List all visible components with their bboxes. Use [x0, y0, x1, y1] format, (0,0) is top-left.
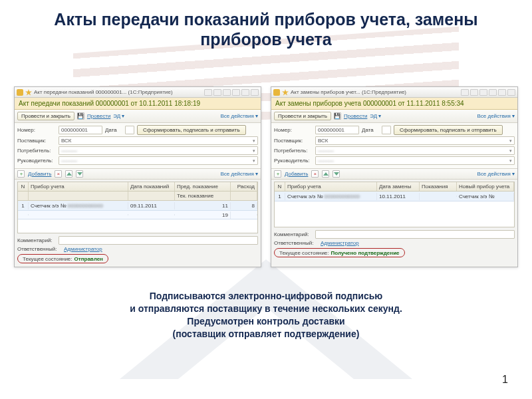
- col-readings: Показания: [420, 182, 457, 191]
- cell-cur: 19: [175, 211, 231, 219]
- form-fields: Номер: 000000001 Дата Сформировать, подп…: [271, 123, 517, 168]
- label-comment: Комментарий:: [274, 231, 313, 237]
- cell-cons: 8: [231, 202, 257, 209]
- add-row-link[interactable]: Добавить: [28, 171, 51, 177]
- favorite-icon[interactable]: [25, 89, 32, 96]
- cell-prev: 11: [175, 202, 231, 209]
- comment-field[interactable]: [59, 236, 258, 245]
- col-new-device: Новый прибор учета: [457, 182, 514, 191]
- label-responsible: Ответственный:: [17, 246, 61, 252]
- number-field[interactable]: 000000001: [315, 126, 359, 134]
- sign-and-send-button[interactable]: Сформировать, подписать и отправить: [137, 125, 246, 135]
- status-badge: Текущее состояние: Отправлен: [17, 254, 108, 263]
- delete-row-icon[interactable]: ×: [311, 170, 319, 178]
- col-device: Прибор учета: [29, 182, 128, 191]
- win-btn-icon[interactable]: [213, 89, 221, 96]
- move-up-icon[interactable]: [322, 170, 329, 178]
- label-number: Номер:: [274, 127, 313, 133]
- win-btn-icon[interactable]: [223, 89, 231, 96]
- window-title: Акт замены приборов учет... (1С:Предприя…: [291, 89, 459, 95]
- grid-toolbar: ＋ Добавить × Все действия ▾: [15, 168, 261, 180]
- win-minimize-icon[interactable]: [489, 89, 497, 96]
- table-row[interactable]: 19: [18, 211, 257, 219]
- titlebar: Акт замены приборов учет... (1С:Предприя…: [271, 87, 517, 98]
- table-row[interactable]: 1 Счетчик э/э № 000000000000 09.11.2011 …: [18, 201, 257, 211]
- consumer-field[interactable]: ———: [59, 146, 258, 155]
- form-footer: Комментарий: Ответственный: Администрато…: [15, 233, 261, 267]
- document-title: Акт передачи показаний 000000001 от 10.1…: [19, 100, 257, 107]
- favorite-icon[interactable]: [282, 89, 289, 96]
- grid-all-actions[interactable]: Все действия ▾: [477, 171, 515, 177]
- form-fields: Номер: 000000001 Дата Сформировать, подп…: [15, 123, 261, 168]
- number-field[interactable]: 000000001: [59, 126, 102, 134]
- win-btn-icon[interactable]: [461, 89, 469, 96]
- label-consumer: Потребитель:: [274, 148, 313, 154]
- move-up-icon[interactable]: [65, 170, 72, 178]
- supplier-field[interactable]: ВСК: [59, 136, 258, 145]
- grid-toolbar: ＋ Добавить × Все действия ▾: [271, 168, 517, 180]
- win-maximize-icon[interactable]: [241, 89, 249, 96]
- ed-menu[interactable]: ЭД ▾: [370, 113, 381, 119]
- responsible-link[interactable]: Администратор: [321, 240, 359, 246]
- win-btn-icon[interactable]: [204, 89, 212, 96]
- cell-new-device: Счетчик э/э №: [457, 193, 514, 200]
- consumer-field[interactable]: ———: [315, 146, 515, 155]
- add-row-icon[interactable]: ＋: [17, 170, 25, 178]
- window-title: Акт передачи показаний 000000001... (1С:…: [34, 89, 202, 95]
- label-date: Дата: [362, 127, 379, 133]
- comment-field[interactable]: [315, 230, 515, 239]
- date-field[interactable]: [382, 126, 391, 134]
- grid-all-actions[interactable]: Все действия ▾: [220, 171, 258, 177]
- window-replace-act: Акт замены приборов учет... (1С:Предприя…: [271, 86, 518, 267]
- command-bar: Провести и закрыть 💾 Провести ЭД ▾ Все д…: [15, 110, 261, 123]
- page-number: 1: [502, 374, 508, 386]
- delete-row-icon[interactable]: ×: [55, 170, 62, 178]
- slide-caption: Подписываются электронно-цифровой подпис…: [0, 267, 532, 340]
- move-down-icon[interactable]: [76, 170, 83, 178]
- col-consumption: Расход: [231, 182, 257, 191]
- window-transfer-act: Акт передачи показаний 000000001... (1С:…: [14, 86, 261, 267]
- col-date: Дата показаний: [128, 182, 175, 191]
- save-icon[interactable]: 💾: [334, 112, 341, 120]
- process-link[interactable]: Провести: [344, 113, 367, 119]
- process-link[interactable]: Провести: [87, 113, 110, 119]
- label-responsible: Ответственный:: [274, 240, 318, 246]
- form-footer: Комментарий: Ответственный: Администрато…: [271, 227, 517, 261]
- cell-date: 10.11.2011: [377, 193, 420, 200]
- move-down-icon[interactable]: [332, 170, 340, 178]
- win-maximize-icon[interactable]: [498, 89, 506, 96]
- win-btn-icon[interactable]: [470, 89, 478, 96]
- cell-device: Счетчик э/э № 000000000000: [285, 193, 377, 200]
- label-consumer: Потребитель:: [17, 148, 56, 154]
- readings-grid: N Прибор учета Дата показаний Пред. пока…: [17, 182, 258, 233]
- win-btn-icon[interactable]: [479, 89, 487, 96]
- nav-back-icon[interactable]: [17, 89, 23, 96]
- manager-field[interactable]: ———: [59, 156, 258, 165]
- add-row-link[interactable]: Добавить: [285, 171, 308, 177]
- manager-field[interactable]: ———: [315, 156, 515, 165]
- win-close-icon[interactable]: [251, 89, 259, 96]
- win-minimize-icon[interactable]: [232, 89, 240, 96]
- col-n: N: [275, 182, 285, 191]
- table-row[interactable]: 1 Счетчик э/э № 000000000000 10.11.2011 …: [275, 192, 514, 201]
- svg-marker-0: [25, 89, 32, 96]
- cell-date: 09.11.2011: [128, 202, 175, 209]
- col-n: N: [18, 182, 29, 191]
- screenshot-panels: Акт передачи показаний 000000001... (1С:…: [0, 53, 532, 267]
- document-header: Акт замены приборов учета 000000001 от 1…: [271, 98, 517, 110]
- process-and-close-button[interactable]: Провести и закрыть: [17, 112, 74, 120]
- date-field[interactable]: [125, 126, 134, 134]
- add-row-icon[interactable]: ＋: [274, 170, 281, 178]
- all-actions-menu[interactable]: Все действия ▾: [220, 113, 258, 119]
- sign-and-send-button[interactable]: Сформировать, подписать и отправить: [394, 125, 503, 135]
- nav-back-icon[interactable]: [273, 89, 280, 96]
- col-cur-reading: Тек. показание: [175, 192, 231, 200]
- save-icon[interactable]: 💾: [77, 112, 84, 120]
- all-actions-menu[interactable]: Все действия ▾: [477, 113, 515, 119]
- process-and-close-button[interactable]: Провести и закрыть: [274, 112, 331, 120]
- responsible-link[interactable]: Администратор: [64, 246, 102, 252]
- win-close-icon[interactable]: [507, 89, 515, 96]
- ed-menu[interactable]: ЭД ▾: [113, 113, 124, 119]
- slide-title: Акты передачи показаний приборов учета, …: [0, 0, 532, 53]
- supplier-field[interactable]: ВСК: [315, 136, 515, 145]
